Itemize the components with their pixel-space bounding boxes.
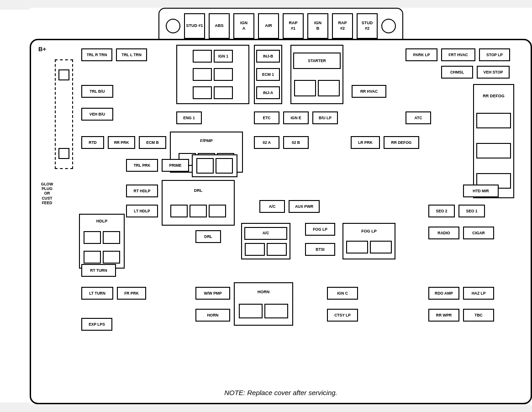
fi-blank5 <box>214 86 233 99</box>
main-fuse-box: B+ GLOWPLUGORCUSTFEED HDLP TRL R TRN TRL… <box>30 39 532 404</box>
fi-ac2: A/C <box>244 227 287 240</box>
tc-stud2: STUD#2 <box>357 13 378 39</box>
fuse-ign-c: IGN C <box>327 287 358 300</box>
fi-injb: INJ-B <box>256 50 280 63</box>
hdlp-label: HDLP <box>96 219 108 224</box>
tc-igna: IGNA <box>233 13 254 39</box>
fi-ecm1: ECM 1 <box>256 68 280 81</box>
note-text: NOTE: Replace cover after servicing. <box>31 389 531 396</box>
fi-rr-defog-2 <box>476 143 511 158</box>
drl-label-top: DRL <box>194 188 203 193</box>
fi-drl-3 <box>209 205 226 217</box>
left-stud-circle <box>166 19 180 33</box>
fuse-haz-lp: HAZ LP <box>463 287 494 300</box>
fi-blank1 <box>193 50 212 63</box>
diagram-container <box>0 10 30 402</box>
fuse-rr-hvac: RR HVAC <box>352 85 386 98</box>
fuse-hdlp-3 <box>84 251 101 264</box>
fi-starter: STARTER <box>293 53 341 69</box>
fi-drl-1 <box>170 205 188 217</box>
fuse-radio: RADIO <box>428 227 459 239</box>
fuse-group-ign1: IGN 1 <box>176 45 249 104</box>
fog-lp-label: FOG LP <box>361 229 377 234</box>
fuse-veh-bu: VEH B/U <box>81 108 113 121</box>
tc-ignb: IGNB <box>307 13 328 39</box>
fi-fog-2 <box>370 241 392 254</box>
fi-blank2 <box>193 68 212 81</box>
fuse-hdlp-1 <box>84 231 101 244</box>
fuse-rdo-amp: RDO AMP <box>428 287 459 300</box>
fuse-ecm-b: ECM B <box>139 136 166 149</box>
fuse-group-injb: INJ-B ECM 1 INJ-A <box>254 45 282 104</box>
fi-horn-1 <box>239 304 263 318</box>
fuse-park-lp: PARK LP <box>406 48 437 61</box>
fi-prime-1 <box>196 158 214 174</box>
fi-fog-1 <box>346 241 368 254</box>
fi-blank4 <box>193 86 212 99</box>
tc-air: AIR <box>258 13 279 39</box>
fuse-rr-prk: RR PRK <box>108 136 135 149</box>
fuse-chmsl: CHMSL <box>441 66 473 79</box>
fuse-fr-prk: FR PRK <box>117 287 146 300</box>
fuse-horn2: HORN <box>195 309 230 322</box>
top-connector-box: STUD #1 ABS IGNA AIR RAP#1 IGNB RAP#2 ST… <box>158 8 403 39</box>
fuse-group-prime <box>192 154 237 177</box>
fi-starter-1 <box>294 80 316 96</box>
fuse-exp-lps: EXP LPS <box>81 318 112 331</box>
fuse-group-drl: DRL <box>162 180 235 226</box>
fuse-bu-lp: B/U LP <box>312 111 338 124</box>
fuse-hdlp-2 <box>103 231 120 244</box>
fuse-rtd: RTD <box>81 136 104 149</box>
fuse-seo1: SEO 1 <box>458 205 485 217</box>
fuse-ww-pmp: W/W PMP <box>195 287 230 300</box>
fuse-group-starter: STARTER <box>290 45 343 104</box>
fuse-drl2: DRL <box>195 230 221 243</box>
fi-inja: INJ-A <box>256 86 280 99</box>
fuse-fog-lp1: FOG LP <box>305 223 335 236</box>
fpmp-label: F/PMP <box>200 138 213 143</box>
fuse-o2a: 02 A <box>254 136 279 149</box>
fuse-trl-l-trn: TRL L TRN <box>116 48 147 61</box>
fuse-atc: ATC <box>406 111 431 124</box>
fi-horn-2 <box>264 304 288 318</box>
fuse-aux-pwr: AUX PWR <box>289 200 320 213</box>
fuse-frt-hvac: FRT HVAC <box>441 48 475 61</box>
fi-rr-defog-1 <box>476 113 511 128</box>
fuse-o2b: 02 B <box>283 136 309 149</box>
fi-ign1: IGN 1 <box>214 50 233 63</box>
fuse-group-hdlp: HDLP <box>79 214 125 269</box>
fi-ac2-2 <box>267 243 287 256</box>
fi-ac2-1 <box>245 243 265 256</box>
fuse-trl-r-trn: TRL R TRN <box>81 48 112 61</box>
fuse-lt-hdlp: LT HDLP <box>126 205 158 217</box>
fi-prime-2 <box>216 158 233 174</box>
fuse-group-horn: HORN <box>234 282 293 326</box>
dashed-circle-bot <box>58 148 69 159</box>
fuse-trl-prk: TRL PRK <box>126 159 158 172</box>
fuse-htd-mir: HTD MIR <box>463 185 499 197</box>
fuse-tbc: TBC <box>463 309 494 322</box>
tc-abs: ABS <box>209 13 230 39</box>
tc-rap2: RAP#2 <box>332 13 353 39</box>
fuse-group-ac2: A/C <box>241 223 290 259</box>
fuse-lr-prk: LR PRK <box>351 136 380 149</box>
bp-label: B+ <box>38 46 46 53</box>
fi-blank3 <box>214 68 233 81</box>
dashed-left-box <box>55 59 73 169</box>
fuse-rr-wpr: RR WPR <box>428 309 459 322</box>
fuse-seo2: SEO 2 <box>428 205 455 217</box>
fuse-lt-turn: LT TURN <box>81 287 113 300</box>
glow-plug-label: GLOWPLUGORCUSTFEED <box>36 182 58 205</box>
fuse-rt-hdlp: RT HDLP <box>126 185 158 197</box>
horn-label: HORN <box>258 290 270 295</box>
tc-rap1: RAP#1 <box>283 13 304 39</box>
right-stud-circle <box>381 19 396 33</box>
fuse-prime: PRIME <box>162 159 189 172</box>
fuse-trl-bu: TRL B/U <box>81 85 113 98</box>
top-bar: STUD #1 ABS IGNA AIR RAP#1 IGNB RAP#2 ST… <box>30 8 532 39</box>
fuse-group-rr-defog: RR DEFOG <box>473 84 514 198</box>
fuse-ctsy-lp: CTSY LP <box>327 309 358 322</box>
diagram-wrapper: STUD #1 ABS IGNA AIR RAP#1 IGNB RAP#2 ST… <box>30 8 532 404</box>
fuse-rr-defog-lbl: RR DEFOG <box>384 136 419 149</box>
tc-stud1: STUD #1 <box>184 13 205 39</box>
